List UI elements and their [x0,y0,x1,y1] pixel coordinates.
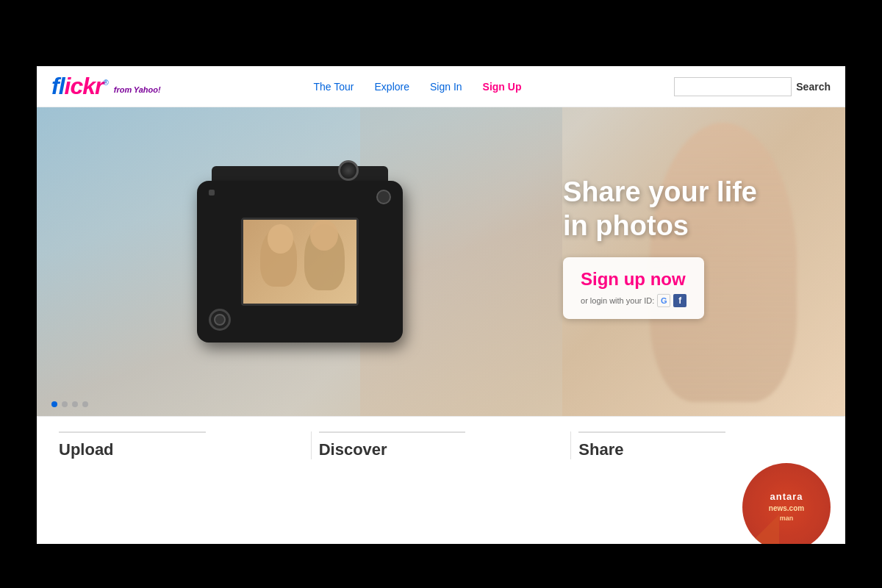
logo-fl: fl [51,73,65,99]
feature-title-share: Share [578,440,823,459]
dot-2[interactable] [62,401,68,407]
feature-title-discover: Discover [319,440,564,459]
login-with-text: or login with your ID: [581,296,654,305]
dot-4[interactable] [82,401,88,407]
search-area: Search [674,77,831,96]
feature-share: Share [571,431,831,459]
dot-3[interactable] [72,401,78,407]
hero-headline: Share your life in photos [563,176,757,243]
antara-domain: news.com [769,503,804,513]
logo-area: flickr® from Yahoo! [51,73,161,100]
signup-now-button[interactable]: Sign up now [581,269,686,290]
slideshow-dots [51,401,88,407]
facebook-f-letter: f [678,295,681,306]
yahoo-text: Yahoo! [134,85,161,94]
nav-the-tour[interactable]: The Tour [314,81,354,93]
hero-section: Share your life in photos Sign up now or… [37,107,845,416]
feature-divider-upload [59,431,206,433]
feature-upload: Upload [51,431,312,459]
header: flickr® from Yahoo! The Tour Explore Sig… [37,66,845,107]
signup-box: Sign up now or login with your ID: G f [563,257,704,319]
dot-1[interactable] [51,401,57,407]
google-g-letter: G [661,296,667,305]
nav-links: The Tour Explore Sign In Sign Up [314,81,522,93]
antara-circle: antara news.com man [742,463,831,551]
nav-explore[interactable]: Explore [375,81,409,93]
feature-title-upload: Upload [59,440,304,459]
camera-screen [241,218,359,306]
antara-watermark: antara news.com man [742,463,831,551]
logo-reg: ® [103,79,107,87]
nav-sign-in[interactable]: Sign In [430,81,462,93]
hero-headline-line2: in photos [563,209,757,243]
camera-lens [338,160,359,181]
camera-area [37,107,562,416]
google-icon[interactable]: G [657,294,670,307]
login-with: or login with your ID: G f [581,294,686,307]
yahoo-badge: from Yahoo! [114,85,161,94]
hero-headline-line1: Share your life [563,176,757,209]
from-text: from [114,85,132,94]
nav-sign-up[interactable]: Sign Up [483,81,522,93]
facebook-icon[interactable]: f [673,294,686,307]
feature-discover: Discover [312,431,572,459]
antara-text: antara news.com man [769,491,804,523]
antara-name: antara [769,491,804,503]
search-input[interactable] [674,77,792,96]
camera-screen-photo [243,220,356,304]
features-section: Upload Discover Share [37,416,845,471]
feature-divider-share [578,431,725,433]
feature-divider-discover [319,431,466,433]
hero-text-area: Share your life in photos Sign up now or… [563,176,757,319]
flickr-logo: flickr® [51,73,108,100]
logo-ickr: ickr [65,73,104,99]
search-button[interactable]: Search [796,81,831,93]
camera-body [197,181,403,343]
